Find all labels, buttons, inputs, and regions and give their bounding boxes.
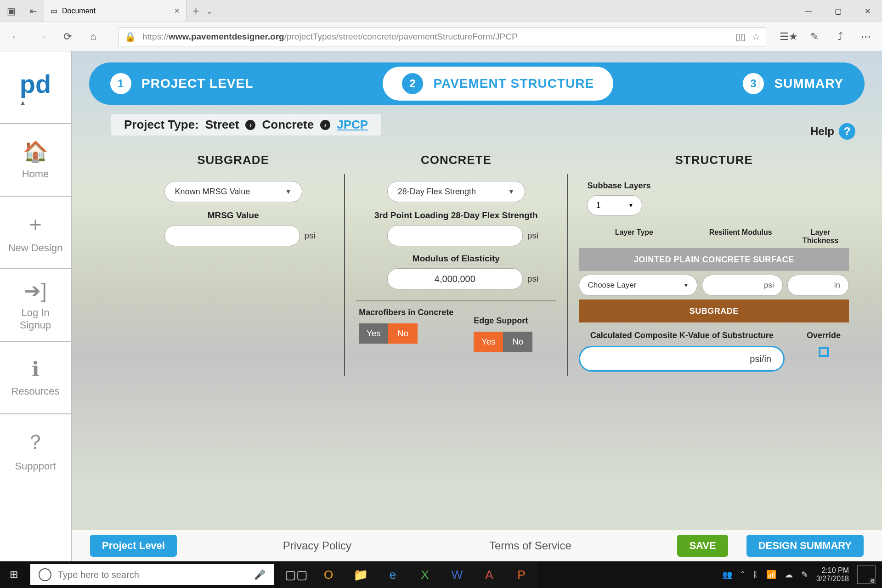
breadcrumb-item[interactable]: Street	[205, 118, 239, 132]
system-tray: 👥 ˄ ᛒ 📶 ☁ ✎ 2:10 PM 3/27/2018 ▭ 6	[722, 565, 882, 584]
breadcrumb-item[interactable]: Concrete	[262, 118, 314, 132]
home-icon: 🏠	[23, 140, 48, 164]
address-bar[interactable]: 🔒 https://www.pavementdesigner.org/proje…	[119, 27, 766, 46]
action-center-icon[interactable]: ▭ 6	[857, 565, 876, 584]
window-overlap-icon[interactable]: ▣	[0, 0, 22, 22]
breadcrumb-label: Project Type:	[124, 118, 199, 132]
privacy-policy-link[interactable]: Privacy Policy	[283, 539, 351, 552]
kvalue-input[interactable]: psi/in	[579, 346, 785, 372]
more-icon[interactable]: ⋯	[854, 26, 877, 48]
close-tab-icon[interactable]: ×	[174, 6, 180, 16]
close-window-button[interactable]: ✕	[853, 0, 882, 22]
help-link[interactable]: Help ?	[810, 123, 855, 140]
select-value: 28-Day Flex Strength	[398, 187, 476, 197]
form-columns: SUBGRADE Known MRSG Value ▼ MRSG Value p…	[122, 153, 860, 376]
step-project-level[interactable]: 1 PROJECT LEVEL	[110, 73, 253, 94]
concrete-strength-select[interactable]: 28-Day Flex Strength ▼	[387, 181, 525, 202]
subbase-layers-block: Subbase Layers 1 ▼	[579, 181, 849, 215]
step-pavement-structure[interactable]: 2 PAVEMENT STRUCTURE	[383, 67, 613, 101]
search-placeholder: Type here to search	[58, 570, 139, 580]
macrofibers-no[interactable]: No	[388, 323, 418, 344]
new-tab-button[interactable]: +	[192, 5, 199, 17]
minimize-button[interactable]: —	[794, 0, 823, 22]
hdr-layer-thickness: Layer Thickness	[794, 228, 847, 244]
outlook-icon[interactable]: O	[312, 561, 345, 588]
forward-button[interactable]: →	[30, 26, 53, 48]
tab-dropdown-icon[interactable]: ⌄	[206, 6, 213, 16]
edge-support-yes[interactable]: Yes	[474, 332, 503, 352]
layer-modulus-input[interactable]: psi	[702, 275, 782, 296]
logo-pd-icon: pd▲	[20, 69, 51, 106]
powerpoint-icon[interactable]: P	[505, 561, 537, 588]
column-concrete: CONCRETE 28-Day Flex Strength ▼ 3rd Poin…	[345, 153, 567, 376]
page-footer: Project Level Privacy Policy Terms of Se…	[72, 530, 882, 561]
column-title: CONCRETE	[356, 153, 556, 167]
mrsg-input[interactable]	[164, 225, 300, 246]
start-button[interactable]: ⊞	[0, 569, 28, 581]
access-icon[interactable]: A	[473, 561, 505, 588]
wifi-icon[interactable]: 📶	[766, 570, 776, 580]
modulus-input[interactable]	[387, 268, 523, 289]
excel-icon[interactable]: X	[409, 561, 441, 588]
maximize-button[interactable]: ▢	[823, 0, 853, 22]
word-icon[interactable]: W	[441, 561, 473, 588]
select-value: Choose Layer	[588, 281, 636, 290]
file-explorer-icon[interactable]: 📁	[345, 561, 377, 588]
edge-support-no[interactable]: No	[503, 332, 532, 352]
save-button[interactable]: SAVE	[677, 535, 728, 557]
section-divider	[356, 300, 556, 301]
sidebar-item-home[interactable]: 🏠 Home	[0, 124, 71, 197]
macrofibers-yes[interactable]: Yes	[359, 323, 388, 344]
app-logo[interactable]: pd▲	[0, 51, 71, 124]
chevron-down-icon: ▼	[628, 202, 634, 209]
tab-title: Document	[62, 7, 96, 15]
browser-tab[interactable]: ▭ Document ×	[44, 0, 187, 22]
hdr-resilient-modulus: Resilient Modulus	[698, 228, 783, 244]
sidebar-item-resources[interactable]: ℹ Resources	[0, 342, 71, 414]
mic-icon[interactable]: 🎤	[254, 569, 266, 580]
bluetooth-icon[interactable]: ᛒ	[753, 570, 758, 580]
layer-type-select[interactable]: Choose Layer ▼	[579, 275, 697, 296]
subbase-count-select[interactable]: 1 ▼	[587, 195, 642, 215]
sidebar-item-login[interactable]: ➔] Log In Signup	[0, 269, 71, 342]
toggle-row: Macrofibers in Concrete Yes No Edge Supp…	[356, 308, 556, 352]
help-label: Help	[810, 125, 834, 138]
home-button[interactable]: ⌂	[82, 26, 105, 48]
sidebar-item-support[interactable]: ？ Suppport	[0, 414, 71, 487]
back-button[interactable]: ←	[5, 26, 28, 48]
terms-of-service-link[interactable]: Terms of Service	[489, 539, 571, 552]
design-summary-button[interactable]: DESIGN SUMMARY	[746, 535, 864, 557]
notes-icon[interactable]: ✎	[803, 26, 826, 48]
taskbar-search[interactable]: Type here to search 🎤	[30, 564, 274, 585]
back-project-level-button[interactable]: Project Level	[90, 535, 177, 557]
share-icon[interactable]: ⤴	[829, 26, 852, 48]
step-summary[interactable]: 3 SUMMARY	[743, 73, 843, 94]
onedrive-icon[interactable]: ☁	[785, 570, 793, 580]
sidebar-item-label: Log In Signup	[20, 307, 51, 331]
refresh-button[interactable]: ⟳	[56, 26, 79, 48]
taskbar-clock[interactable]: 2:10 PM 3/27/2018	[816, 566, 849, 582]
layer-row: Choose Layer ▼ psi in	[579, 275, 849, 296]
override-label: Override	[798, 331, 849, 340]
sidebar-item-new-design[interactable]: ＋ New Design	[0, 197, 71, 269]
plus-icon: ＋	[25, 210, 45, 237]
favorites-list-icon[interactable]: ☰★	[777, 26, 800, 48]
favorite-icon[interactable]: ☆	[752, 31, 760, 42]
breadcrumb-current[interactable]: JPCP	[337, 118, 368, 132]
taskbar-apps: ▢▢ O 📁 e X W A P	[280, 561, 537, 588]
sidebar-item-label: New Design	[8, 242, 63, 254]
layer-thickness-input[interactable]: in	[787, 275, 849, 296]
reading-view-icon[interactable]: ▯▯	[735, 31, 746, 42]
tray-chevron-icon[interactable]: ˄	[741, 570, 745, 580]
subgrade-type-select[interactable]: Known MRSG Value ▼	[164, 181, 302, 202]
kvalue-block: Calculated Composite K-Value of Substruc…	[579, 331, 785, 372]
hdr-layer-type: Layer Type	[581, 228, 687, 244]
flex-strength-input[interactable]	[387, 225, 523, 246]
task-view-icon[interactable]: ▢▢	[280, 561, 312, 588]
pen-icon[interactable]: ✎	[801, 570, 808, 580]
people-icon[interactable]: 👥	[722, 570, 732, 580]
unit-label: psi	[764, 281, 774, 290]
window-enter-icon[interactable]: ⇤	[22, 0, 44, 22]
override-checkbox[interactable]	[819, 347, 829, 357]
edge-icon[interactable]: e	[377, 561, 409, 588]
